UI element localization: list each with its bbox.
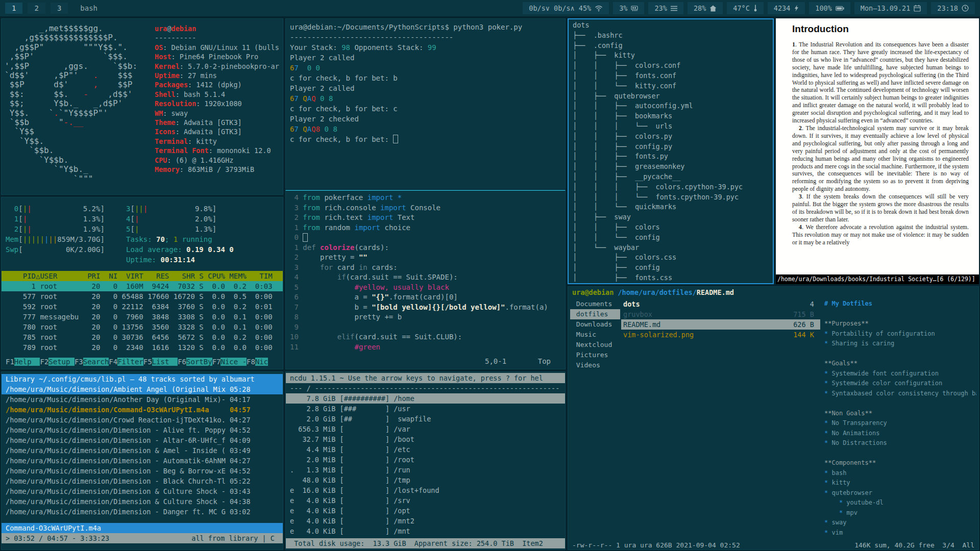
vim-status-line: 5,0-1 Top — [286, 357, 565, 367]
zathura-status-bar: /home/ura/Downloads/books/Industrial Soc… — [776, 274, 979, 284]
cmus-track-list[interactable]: Library ~/.config/cmus/lib.pl – 48 track… — [2, 372, 283, 517]
lightning-icon — [794, 5, 799, 12]
cmus-current-track: Command-O3cWArUPytI.m4a — [2, 523, 283, 533]
battery-module: 100% — [809, 2, 850, 14]
tree-terminal-window-focused[interactable]: dots├── .bashrc├── .config│ ├── kitty│ │… — [568, 18, 774, 284]
document-heading: Introduction — [792, 23, 969, 35]
battery-icon — [836, 6, 844, 11]
ranger-current-file: README.md — [697, 288, 734, 296]
cmus-status-area: Command-O3cWArUPytI.m4a > 03:52 / 04:57 … — [2, 523, 283, 543]
date-module: Mon–13.09.21 — [854, 2, 927, 14]
document-paragraph: 1. The Industrial Revolution and its con… — [792, 41, 969, 124]
disk-text: 28% — [694, 4, 706, 12]
document-paragraph: 2. The industrial-technological system m… — [792, 124, 969, 193]
ranger-status-bar: -rw-r--r-- 1 ura ura 626B 2021-09-04 02:… — [572, 541, 974, 549]
ranger-parent-directory-column[interactable]: Documents dotfiles Downloads Music Nextc… — [570, 299, 620, 539]
date-text: Mon–13.09.21 — [861, 4, 911, 12]
thermometer-icon — [753, 5, 757, 12]
neofetch-terminal-window[interactable]: _,met$$$$$gg. ,g$$$$$$$$$$$$$$$P. ,g$$P"… — [1, 18, 283, 195]
workspace-switcher: 1 2 3 bash — [0, 3, 97, 14]
document-page[interactable]: Introduction 1. The Industrial Revolutio… — [776, 18, 976, 274]
power-text: 4234 — [774, 4, 791, 12]
workspace-button-3[interactable]: 3 — [51, 3, 68, 14]
clock-icon — [962, 5, 969, 12]
vim-scroll-position: Top — [538, 357, 551, 365]
htop-cpu-memory-meters: 0[|| 5.2%] 3[||| 9.8%] 1[| 1.3%] 4[| 2.0… — [2, 197, 283, 265]
ranger-disk-summary: 146K sum, 40.2G free 3/4 All — [854, 541, 974, 549]
workspace-button-1[interactable]: 1 — [5, 3, 22, 14]
cpu-module: 23% — [648, 2, 683, 14]
disk-module: 28% — [688, 2, 723, 14]
htop-terminal-window[interactable]: 0[|| 5.2%] 3[||| 9.8%] 1[| 1.3%] 4[| 2.0… — [1, 197, 283, 369]
power-module: 4234 — [768, 2, 805, 14]
ncdu-terminal-window[interactable]: ncdu 1.15.1 ~ Use the arrow keys to navi… — [285, 371, 566, 550]
calendar-icon — [914, 5, 921, 12]
poker-script-terminal-window[interactable]: ura@debian:~/Documents/PythonScripts$ py… — [285, 18, 566, 189]
memory-icon — [631, 5, 638, 12]
clock-text: 23:18 — [937, 4, 958, 12]
network-module: 0b/s∨ 0b/s∧ 45% — [523, 2, 609, 14]
vim-cursor-position: 5,0-1 — [485, 357, 506, 365]
ncdu-directory-list[interactable]: ncdu 1.15.1 ~ Use the arrow keys to navi… — [286, 372, 565, 536]
ranger-preview-column: # My Dotfiles **Purposes*** Portability … — [822, 299, 976, 539]
clock-module: 23:18 — [931, 2, 975, 14]
cpu-text: 23% — [654, 4, 667, 12]
zathura-document-viewer-window[interactable]: Introduction 1. The Industrial Revolutio… — [776, 18, 979, 284]
ranger-directory-path: /home/ura/dotfiles/ — [614, 288, 697, 296]
document-paragraph: 3. If the system breaks down the consequ… — [792, 193, 969, 223]
status-modules: 0b/s∨ 0b/s∧ 45% 3% 23% 28% 47°C 4234 100… — [523, 2, 980, 14]
wifi-icon — [595, 5, 603, 12]
vim-editor-window[interactable]: 4 from pokerface import * 3 from rich.co… — [285, 190, 566, 369]
home-icon — [709, 5, 717, 12]
ranger-file-permissions: -rw-r--r-- 1 ura ura 626B 2021-09-04 02:… — [572, 541, 740, 549]
ranger-file-manager-window[interactable]: ura@debian /home/ura/dotfiles/README.md … — [568, 286, 979, 550]
workspace-button-2[interactable]: 2 — [28, 3, 45, 14]
cmus-playback-position: > 03:52 / 04:57 - 3:33:23 — [6, 533, 109, 543]
cmus-playback-bar: > 03:52 / 04:57 - 3:33:23 all from libra… — [2, 533, 283, 543]
htop-function-key-bar[interactable]: F1Help F2Setup F3SearchF4FilterF5List F6… — [2, 357, 283, 367]
temperature-text: 47°C — [733, 4, 750, 12]
memory-text: 3% — [619, 4, 627, 12]
status-bar: 1 2 3 bash 0b/s∨ 0b/s∧ 45% 3% 23% 28% 47… — [0, 0, 980, 16]
debian-ascii-logo: _,met$$$$$gg. ,g$$$$$$$$$$$$$$$P. ,g$$P"… — [5, 24, 137, 184]
ranger-user-host: ura@debian — [572, 288, 614, 296]
dotfiles-tree-listing: dots├── .bashrc├── .config│ ├── kitty│ │… — [569, 19, 773, 283]
focused-window-title: bash — [80, 4, 97, 12]
htop-process-table[interactable]: PID△USER PRI NI VIRT RES SHR S CPU% MEM%… — [2, 271, 283, 353]
cmus-terminal-window[interactable]: Library ~/.config/cmus/lib.pl – 48 track… — [1, 371, 283, 550]
vim-code-buffer: 4 from pokerface import * 3 from rich.co… — [286, 191, 565, 352]
ranger-file-list-column[interactable]: dots 4gruvbox 715 BREADME.md 626 Bvim-so… — [621, 299, 820, 539]
memory-module: 3% — [613, 2, 644, 14]
battery-text: 100% — [815, 4, 832, 12]
cpu-icon — [671, 6, 677, 11]
poker-output: ura@debian:~/Documents/PythonScripts$ py… — [286, 19, 565, 144]
document-paragraph: 4. We therefore advocate a revolution ag… — [792, 223, 969, 246]
ranger-path-title: ura@debian /home/ura/dotfiles/README.md — [568, 287, 978, 298]
network-text: 0b/s∨ 0b/s∧ 45% — [529, 4, 591, 12]
cmus-playback-mode: all from library | C — [191, 533, 279, 543]
temperature-module: 47°C — [727, 2, 764, 14]
ncdu-summary-bar: Total disk usage: 13.3 GiB Apparent size… — [286, 538, 565, 548]
neofetch-system-info: ura@debian----------OS: Debian GNU/Linux… — [155, 24, 279, 174]
